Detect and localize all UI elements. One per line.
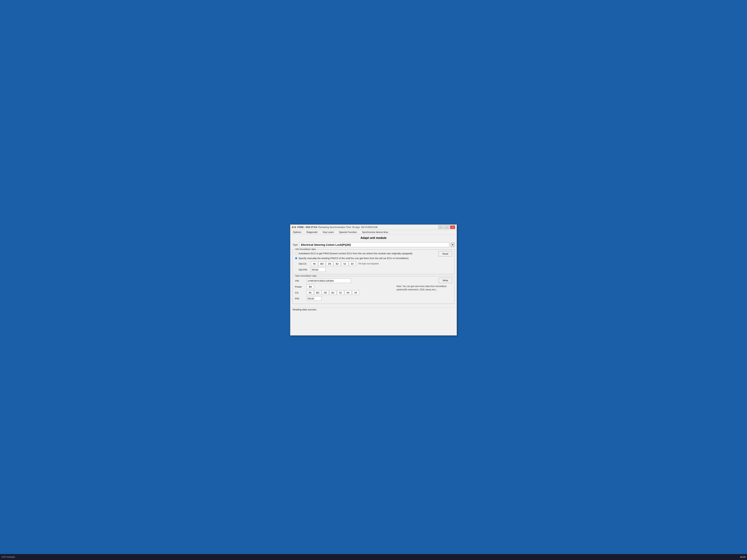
read-button[interactable]: Read: [439, 251, 452, 257]
old-cs-field-4[interactable]: [341, 262, 348, 266]
title-bar-left: VVDI2 - VAG V7.0.0 Remaining Synchroniza…: [292, 226, 437, 229]
vin-label: VIN: [295, 279, 305, 282]
radio-manual[interactable]: [295, 257, 298, 260]
taskbar: VCP Activator 14:14: [0, 554, 747, 560]
new-immo-label: New immobilizer data: [294, 275, 317, 277]
new-immo-fields: VIN Power CS:: [295, 278, 393, 301]
dot-gray: [294, 226, 296, 228]
main-window: VVDI2 - VAG V7.0.0 Remaining Synchroniza…: [290, 224, 457, 336]
new-cs-field-6[interactable]: [352, 290, 359, 295]
window-controls: — □ ✕: [438, 225, 455, 229]
sync-info: Remaining Synchronization Time: 30 days: [318, 226, 360, 229]
old-cs-field-5[interactable]: [349, 262, 356, 266]
new-pin-label: PIN:: [295, 297, 305, 300]
old-cs-field-2[interactable]: [326, 262, 333, 266]
old-immo-label: Old Immobilizer data: [294, 248, 316, 250]
new-cs-fields: [307, 290, 359, 295]
old-cs-field-1[interactable]: [318, 262, 326, 266]
power-input[interactable]: [307, 285, 314, 289]
taskbar-right: 14:14: [740, 556, 746, 558]
dot-orange: [292, 226, 294, 228]
menu-diagnostic[interactable]: Diagnostic: [305, 230, 319, 234]
write-button[interactable]: Write: [439, 278, 452, 283]
new-immo-group: New immobilizer data VIN Power: [292, 276, 455, 304]
vin-input[interactable]: [307, 278, 351, 283]
cs-note: 7th byte not required: [358, 262, 379, 265]
radio1-label: Autodetect ECU to get PIN/CS(need connec…: [299, 252, 412, 255]
radio2-label: Specify manually the existing PIN/CS of …: [299, 257, 409, 260]
radio-autodetect[interactable]: [295, 252, 298, 255]
old-cs-row: Old CS 7th byte not required: [295, 261, 436, 267]
minimize-button[interactable]: —: [438, 225, 443, 229]
status-bar: Reading data success.: [290, 307, 457, 312]
type-label: Type: [292, 243, 298, 246]
old-immo-group: Old Immobilizer data Autodetect ECU to g…: [292, 249, 455, 274]
new-cs-label: CS:: [295, 291, 305, 294]
power-label: Power: [295, 285, 305, 288]
new-immo-header: VIN Power CS:: [295, 278, 452, 301]
type-dropdown-arrow[interactable]: ▼: [451, 243, 455, 247]
radio1-row: Autodetect ECU to get PIN/CS(need connec…: [295, 251, 436, 256]
new-cs-field-5[interactable]: [344, 290, 352, 295]
time-display: 14:14: [740, 556, 746, 558]
old-cs-fields: [311, 262, 356, 266]
read-btn-container: Read: [436, 251, 452, 257]
new-cs-field-1[interactable]: [314, 290, 321, 295]
menu-bar: Options Diagnostic Key Learn Special Fun…: [290, 230, 457, 235]
old-immo-options: Autodetect ECU to get PIN/CS(need connec…: [295, 251, 436, 273]
power-row: Power: [295, 284, 393, 290]
menu-sync-time[interactable]: Synchronize device time: [361, 230, 389, 234]
new-cs-field-3[interactable]: [329, 290, 336, 295]
radio2-row: Specify manually the existing PIN/CS of …: [295, 256, 436, 261]
write-and-note: Write Note: You can get new immo data fr…: [393, 278, 452, 291]
new-cs-field-4[interactable]: [337, 290, 344, 295]
new-cs-field-2[interactable]: [322, 290, 329, 295]
taskbar-left: VCP Activator: [1, 556, 15, 558]
old-cs-field-3[interactable]: [334, 262, 341, 266]
old-cs-label: Old CS: [299, 262, 310, 265]
menu-key-learn[interactable]: Key Learn: [322, 230, 335, 234]
serial-number: SN:VV20523198: [361, 226, 378, 229]
title-bar: VVDI2 - VAG V7.0.0 Remaining Synchroniza…: [290, 224, 457, 230]
type-value: Electrical Steering Colum Lock(PQ35): [299, 242, 449, 247]
page-title: Adapt unit module: [290, 235, 457, 241]
new-pin-row: PIN:: [295, 296, 393, 301]
title-dots: [292, 226, 296, 228]
maximize-button[interactable]: □: [444, 225, 449, 229]
menu-special-function[interactable]: Special Function: [338, 230, 358, 234]
vin-row: VIN: [295, 278, 393, 284]
old-cs-field-0[interactable]: [311, 262, 318, 266]
content-area: Old Immobilizer data Autodetect ECU to g…: [290, 248, 457, 307]
old-pin-input[interactable]: [311, 267, 326, 272]
status-message: Reading data success.: [292, 308, 317, 311]
new-cs-field-0[interactable]: [307, 290, 314, 295]
new-cs-row: CS:: [295, 290, 393, 296]
type-row: Type Electrical Steering Colum Lock(PQ35…: [290, 241, 457, 248]
new-pin-input[interactable]: [307, 296, 321, 301]
old-pin-row: Old PIN: [295, 267, 436, 273]
vcp-label: VCP Activator: [1, 556, 15, 558]
app-title: VVDI2 - VAG V7.0.0: [297, 226, 317, 229]
old-pin-label: Old PIN: [299, 268, 310, 271]
note-box: Note: You can get new immo data from imm…: [396, 285, 452, 291]
close-button[interactable]: ✕: [450, 225, 455, 229]
menu-options[interactable]: Options: [292, 230, 302, 234]
